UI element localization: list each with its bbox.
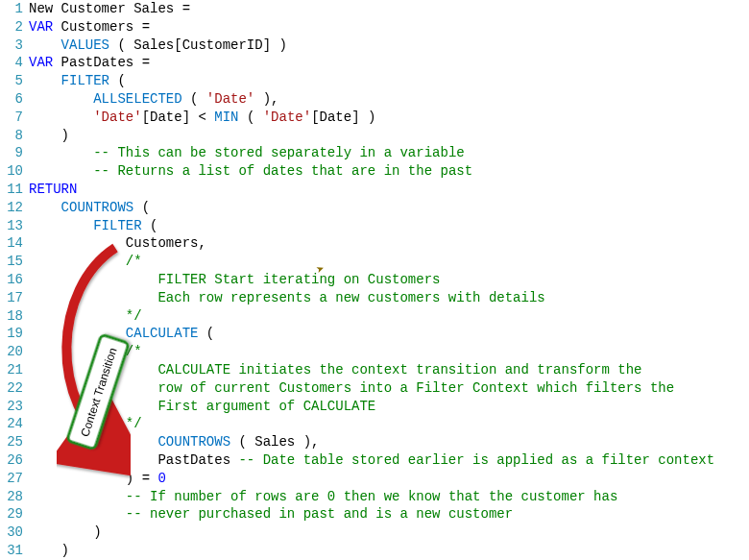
line-number: 29 [0,505,29,523]
code-line: 16 FILTER Start iterating on Customers [0,271,749,289]
comment: -- This can be stored separately in a va… [93,145,464,160]
line-number: 15 [0,253,29,271]
code-line: 10 -- Returns a list of dates that are i… [0,162,749,181]
code-text: ( [133,200,150,215]
code-line: 6 ALLSELECTED ( 'Date' ), [0,90,749,109]
function: FILTER [93,218,141,233]
line-number: 3 [0,37,29,55]
line-number: 12 [0,199,29,217]
code-line: 26 PastDates -- Date table stored earlie… [0,451,749,470]
code-line: 15 /* [0,253,749,271]
line-number: 20 [0,343,29,361]
line-number: 4 [0,54,29,72]
code-line: 29 -- never purchased in past and is a n… [0,505,749,523]
indent [29,128,61,143]
line-number: 14 [0,234,29,253]
indent [29,235,126,251]
function: CALCULATE [126,326,199,341]
indent [29,73,61,88]
function: COUNTROWS [157,434,230,450]
code-text: ), [254,91,278,107]
indent [29,290,157,305]
code-line: 8 ) [0,127,749,145]
line-number: 19 [0,325,29,343]
keyword: RETURN [29,182,77,197]
indent [29,110,93,125]
line-number: 17 [0,289,29,307]
indent [29,543,61,558]
line-number: 10 [0,162,29,181]
keyword: VAR [29,55,53,70]
comment: /* [126,254,142,269]
code-line: 12 COUNTROWS ( [0,199,749,217]
indent [29,524,93,540]
comment: row of current Customers into a Filter C… [157,380,674,396]
indent [29,416,126,431]
function: COUNTROWS [61,200,134,215]
line-number: 8 [0,127,29,145]
comment: -- Date table stored earlier is applied … [238,452,714,468]
code-line: 14 Customers, [0,234,749,253]
indent [29,218,93,233]
indent [29,471,126,486]
code-line: 17 Each row represents a new customers w… [0,289,749,307]
line-number: 7 [0,109,29,127]
indent [29,200,61,215]
code-line: 21 CALCULATE initiates the context trans… [0,361,749,379]
code-text: ) = [126,471,158,486]
indent [29,254,126,269]
comment: -- never purchased in past and is a new … [126,506,513,522]
code-text: ) [61,128,69,143]
code-line: 27 ) = 0 [0,470,749,488]
code-line: 4 VAR PastDates = [0,54,749,72]
code-text: ( [238,110,262,125]
line-number: 26 [0,451,29,470]
code-line: 1 New Customer Sales = [0,0,749,18]
code-text: ) [61,543,69,558]
code-line: 11 RETURN [0,181,749,199]
line-number: 1 [0,0,29,18]
code-line: 25 COUNTROWS ( Sales ), [0,433,749,451]
number-literal: 0 [157,471,165,486]
keyword: VAR [29,19,53,35]
code-text: ( [142,218,158,233]
code-line: 3 VALUES ( Sales[CustomerID] ) [0,37,749,55]
code-line: 7 'Date'[Date] < MIN ( 'Date'[Date] ) [0,109,749,127]
comment: FILTER Start iterating on Customers [157,272,440,287]
code-editor: 1 New Customer Sales = 2 VAR Customers =… [0,0,749,560]
comment: -- Returns a list of dates that are in t… [93,163,472,179]
code-text: PastDates = [53,55,150,70]
indent [29,37,61,53]
code-line: 5 FILTER ( [0,72,749,90]
code-text: [Date] < [142,110,215,125]
line-number: 16 [0,271,29,289]
indent [29,344,126,359]
code-text: ( [109,73,126,88]
indent [29,308,126,324]
line-number: 2 [0,18,29,37]
string-literal: 'Date' [263,110,311,125]
indent [29,399,157,414]
line-number: 18 [0,307,29,326]
code-text: [Date] ) [311,110,375,125]
line-number: 13 [0,217,29,235]
line-number: 28 [0,488,29,506]
code-line: 22 row of current Customers into a Filte… [0,379,749,398]
indent [29,506,126,522]
comment: First argument of CALCULATE [157,399,375,414]
code-line: 2 VAR Customers = [0,18,749,37]
code-line: 9 -- This can be stored separately in a … [0,144,749,162]
line-number: 25 [0,433,29,451]
code-line: 18 */ [0,307,749,326]
code-text: Customers, [126,235,206,251]
function: FILTER [61,73,109,88]
comment: */ [126,308,142,324]
code-text: PastDates [157,452,238,468]
indent [29,434,157,450]
line-number: 9 [0,144,29,162]
code-text: ) [93,524,101,540]
line-number: 24 [0,415,29,433]
code-text: New Customer Sales = [29,1,190,16]
comment: */ [126,416,142,431]
indent [29,163,93,179]
